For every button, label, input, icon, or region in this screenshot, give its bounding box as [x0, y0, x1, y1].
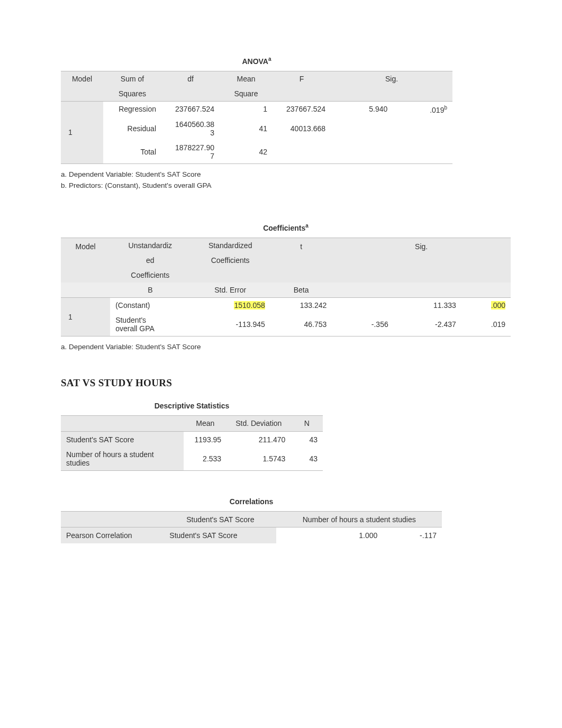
cell-df: 41 — [220, 117, 273, 140]
cell-v2: -.117 — [383, 527, 442, 543]
col-mean: Mean — [184, 415, 226, 431]
cell-label2: Student's SAT Score — [164, 527, 276, 543]
descriptive-stats-table: Descriptive Statistics Mean Std. Deviati… — [61, 398, 323, 471]
coef-sup: a — [305, 223, 309, 229]
col-ms2: Square — [220, 86, 273, 102]
cell-label: Total — [103, 140, 161, 164]
anova-row-residual: Residual 1640560.383 41 40013.668 — [61, 117, 452, 140]
cell-label: Regression — [103, 101, 161, 117]
col-ss2: Squares — [103, 86, 161, 102]
cell-beta: -.356 — [332, 313, 393, 336]
cell-n: 43 — [291, 447, 323, 471]
cell-label: Student's SAT Score — [61, 431, 184, 447]
cell-label: (Constant) — [110, 297, 190, 313]
corr-table-wrap: Correlations Student's SAT Score Number … — [53, 494, 520, 543]
col-sig: Sig. — [331, 71, 452, 86]
cell-mean: 1193.95 — [184, 431, 226, 447]
cell-b: 1510.058 — [191, 297, 270, 313]
cell-label1: Pearson Correlation — [61, 527, 164, 543]
cell-sig: .000 — [461, 297, 511, 313]
col-sig: Sig. — [332, 238, 511, 283]
anova-title: ANOVA — [242, 57, 268, 66]
col-ms: Mean — [220, 71, 273, 86]
coef-row-gpa: Student'soverall GPA -113.945 46.753 -.3… — [61, 313, 511, 336]
cell-ss: 1878227.907 — [161, 140, 220, 164]
cell-label: Number of hours a studentstudies — [61, 447, 184, 471]
anova-sup: a — [268, 56, 271, 62]
col-f: F — [273, 71, 331, 86]
coef-footnote: a. Dependent Variable: Student's SAT Sco… — [53, 341, 520, 352]
cell-sig: .019b — [393, 101, 452, 117]
col-std: Standardized — [191, 238, 270, 253]
cell-n: 43 — [291, 431, 323, 447]
corr-caption: Correlations — [61, 494, 442, 511]
anova-table-wrap: ANOVAa Model Sum of df Mean F Sig. Squar… — [53, 53, 520, 164]
col-sd: Std. Deviation — [226, 415, 291, 431]
coef-table-wrap: Coefficientsa Model Unstandardiz Standar… — [53, 220, 520, 336]
desc-table-wrap: Descriptive Statistics Mean Std. Deviati… — [53, 398, 520, 471]
col-model: Model — [61, 238, 110, 283]
cell-v1: 1.000 — [276, 527, 383, 543]
cell-se: 46.753 — [270, 313, 332, 336]
col-t: t — [270, 238, 332, 283]
cell-label: Student'soverall GPA — [110, 313, 190, 336]
col-b: B — [110, 283, 190, 298]
col-model: Model — [61, 71, 103, 86]
cell-sd: 1.5743 — [226, 447, 291, 471]
desc-header-row: Mean Std. Deviation N — [61, 415, 323, 431]
cell-se: 133.242 — [270, 297, 332, 313]
coef-subheader: B Std. Error Beta — [61, 283, 511, 298]
col-hours: Number of hours a student studies — [276, 512, 442, 527]
cell-df: 1 — [220, 101, 273, 117]
anova-row-total: Total 1878227.907 42 — [61, 140, 452, 164]
cell-t: 11.333 — [394, 297, 461, 313]
cell-beta — [332, 297, 393, 313]
cell-ms: 237667.524 — [273, 101, 331, 117]
col-unstd: Unstandardiz — [110, 238, 190, 253]
corr-header-row: Student's SAT Score Number of hours a st… — [61, 512, 442, 527]
anova-row-regression: 1 Regression 237667.524 1 237667.524 5.9… — [61, 101, 452, 117]
coef-title: Coefficients — [263, 224, 305, 232]
col-beta: Beta — [270, 283, 332, 298]
corr-row-pearson: Pearson Correlation Student's SAT Score … — [61, 527, 442, 543]
cell-ss: 1640560.383 — [161, 117, 220, 140]
model-num: 1 — [61, 101, 103, 164]
model-num: 1 — [61, 297, 110, 336]
anova-header-row: Model Sum of df Mean F Sig. — [61, 71, 452, 86]
cell-t: -2.437 — [394, 313, 461, 336]
cell-f: 5.940 — [331, 101, 393, 117]
desc-caption: Descriptive Statistics — [61, 398, 323, 415]
col-sat: Student's SAT Score — [164, 512, 276, 527]
coef-row-constant: 1 (Constant) 1510.058 133.242 11.333 .00… — [61, 297, 511, 313]
anova-header-row2: Squares Square — [61, 86, 452, 102]
cell-sig: .019 — [461, 313, 511, 336]
col-n: N — [291, 415, 323, 431]
cell-label: Residual — [103, 117, 161, 140]
desc-row-hours: Number of hours a studentstudies 2.533 1… — [61, 447, 323, 471]
cell-mean: 2.533 — [184, 447, 226, 471]
anova-caption: ANOVAa — [61, 53, 452, 71]
section-title: SAT VS STUDY HOURS — [61, 377, 520, 389]
cell-df: 42 — [220, 140, 273, 164]
anova-table: ANOVAa Model Sum of df Mean F Sig. Squar… — [61, 53, 452, 164]
col-se: Std. Error — [191, 283, 270, 298]
correlations-table: Correlations Student's SAT Score Number … — [61, 494, 442, 543]
cell-ms: 40013.668 — [273, 117, 331, 140]
desc-row-sat: Student's SAT Score 1193.95 211.470 43 — [61, 431, 323, 447]
col-df: df — [161, 71, 220, 86]
cell-sd: 211.470 — [226, 431, 291, 447]
coef-header-row: Model Unstandardiz Standardized t Sig. — [61, 238, 511, 253]
cell-ss: 237667.524 — [161, 101, 220, 117]
anova-footnote-b: b. Predictors: (Constant), Student's ove… — [53, 179, 520, 190]
col-ss: Sum of — [103, 71, 161, 86]
coef-caption: Coefficientsa — [61, 220, 511, 238]
anova-footnote-a: a. Dependent Variable: Student's SAT Sco… — [53, 168, 520, 179]
coefficients-table: Coefficientsa Model Unstandardiz Standar… — [61, 220, 511, 336]
cell-b: -113.945 — [191, 313, 270, 336]
